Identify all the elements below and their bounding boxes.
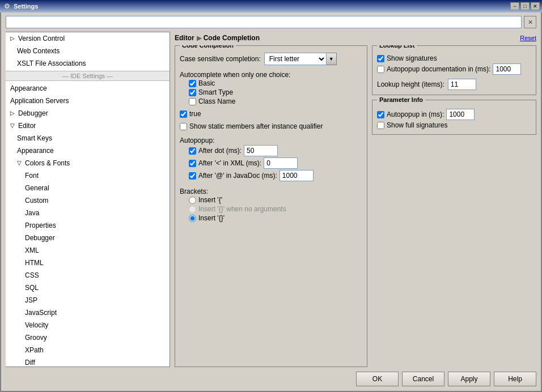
sidebar-item-debugger2[interactable]: Debugger <box>6 232 170 244</box>
param-autopopup-input[interactable] <box>446 109 475 120</box>
parameter-info-title: Parameter Info <box>377 96 425 103</box>
sidebar-item-java[interactable]: Java <box>6 207 170 219</box>
sidebar-item-diff[interactable]: Diff <box>6 356 170 367</box>
basic-row: Basic <box>189 79 362 88</box>
insert-when-no-args-radio[interactable] <box>189 206 196 213</box>
sidebar-item-appearance-root[interactable]: Appearance <box>6 82 170 95</box>
show-full-row: Show full signatures <box>377 121 531 130</box>
after-lt-checkbox[interactable] <box>189 160 196 167</box>
title-bar-buttons[interactable]: − □ ✕ <box>510 2 540 10</box>
lookup-list-panel: Lookup List Show signatures Autopopup do… <box>372 45 536 95</box>
sidebar-item-css[interactable]: CSS <box>6 269 170 282</box>
bottom-bar: OK Cancel Apply Help <box>1 367 541 391</box>
right-panels: Lookup List Show signatures Autopopup do… <box>372 45 536 367</box>
smart-type-checkbox[interactable] <box>189 89 196 96</box>
sidebar-item-application-servers[interactable]: Application Servers <box>6 95 170 107</box>
search-input[interactable] <box>6 16 522 28</box>
insert-when-no-args-row: Insert '{}' when no arguments <box>189 204 362 214</box>
code-completion-title: Code Completion <box>180 45 236 49</box>
after-lt-label: After '<' in XML (ms): <box>198 159 261 167</box>
sidebar-item-html[interactable]: HTML <box>6 257 170 269</box>
after-lt-input[interactable] <box>264 157 298 169</box>
sidebar-item-javascript[interactable]: JavaScript <box>6 306 170 319</box>
autopopup-doc-row: Autopopup documentation in (ms): <box>377 63 531 75</box>
param-autopopup-checkbox[interactable] <box>377 111 384 118</box>
panels-row: Code Completion Case sensitive completio… <box>175 45 536 367</box>
after-at-label: After '@' in JavaDoc (ms): <box>198 172 277 180</box>
sidebar-item-properties[interactable]: Properties <box>6 219 170 232</box>
after-dot-row: After dot (ms): <box>189 144 362 157</box>
sidebar-item-debugger[interactable]: ▷ Debugger <box>6 107 170 120</box>
smart-type-row: Smart Type <box>189 88 362 97</box>
show-full-label: Show full signatures <box>387 121 447 129</box>
title-bar-title: Settings <box>14 3 510 10</box>
brackets-label: Brackets: <box>180 188 362 195</box>
sidebar-item-appearance[interactable]: Appearance <box>6 144 170 157</box>
after-dot-label: After dot (ms): <box>198 147 242 155</box>
sidebar-item-xml[interactable]: XML <box>6 244 170 257</box>
case-sensitive-select[interactable]: All letters First letter None <box>264 53 327 65</box>
autocomplete-prefix-label: true <box>189 110 201 118</box>
search-clear-button[interactable]: ✕ <box>524 16 536 28</box>
sidebar-item-velocity[interactable]: Velocity <box>6 319 170 331</box>
autocomplete-prefix-checkbox[interactable] <box>180 110 187 118</box>
show-full-checkbox[interactable] <box>377 122 384 129</box>
brackets-section: Brackets: Insert '{' Insert '{}' when no… <box>180 188 362 223</box>
autopopup-section: Autopopup: After dot (ms): After '<' in … <box>180 137 362 182</box>
case-sensitive-dropdown[interactable]: All letters First letter None ▼ <box>264 53 337 65</box>
content-area: ▷ Version Control Web Contexts XSLT File… <box>1 32 541 367</box>
lookup-list-title: Lookup List <box>377 45 417 49</box>
sidebar-item-colors-fonts[interactable]: ▽ Colors & Fonts <box>6 157 170 169</box>
sidebar-item-xpath[interactable]: XPath <box>6 344 170 356</box>
after-at-checkbox[interactable] <box>189 172 196 180</box>
insert-braces-radio[interactable] <box>189 215 196 222</box>
show-static-row: Show static members after instance quali… <box>180 122 362 131</box>
left-panel: ▷ Version Control Web Contexts XSLT File… <box>6 32 170 367</box>
class-name-checkbox[interactable] <box>189 98 196 105</box>
sidebar-item-sql[interactable]: SQL <box>6 282 170 294</box>
param-autopopup-row: Autopopup in (ms): <box>377 108 531 121</box>
sidebar-item-font[interactable]: Font <box>6 169 170 182</box>
help-button[interactable]: Help <box>494 372 536 386</box>
autopopup-label: Autopopup: <box>180 137 362 144</box>
after-at-row: After '@' in JavaDoc (ms): <box>189 169 362 182</box>
case-sensitive-arrow[interactable]: ▼ <box>327 53 337 65</box>
ok-button[interactable]: OK <box>356 372 399 386</box>
autopopup-doc-input[interactable] <box>493 63 521 75</box>
insert-braces-row: Insert '{}' <box>189 214 362 223</box>
title-bar-icon: ⚙ <box>2 2 11 11</box>
sidebar-item-jsp[interactable]: JSP <box>6 294 170 306</box>
after-dot-checkbox[interactable] <box>189 147 196 155</box>
maximize-button[interactable]: □ <box>520 2 530 10</box>
close-button[interactable]: ✕ <box>531 2 540 10</box>
reset-button[interactable]: Reset <box>520 35 536 41</box>
sidebar-item-smart-keys[interactable]: Smart Keys <box>6 132 170 144</box>
autopopup-options: After dot (ms): After '<' in XML (ms): A <box>180 144 362 182</box>
sidebar-item-custom[interactable]: Custom <box>6 194 170 207</box>
sidebar-item-editor[interactable]: ▽ Editor <box>6 120 170 132</box>
sidebar-item-version-control[interactable]: ▷ Version Control <box>6 32 170 45</box>
lookup-height-input[interactable] <box>448 79 476 90</box>
cancel-button[interactable]: Cancel <box>402 372 444 386</box>
apply-button[interactable]: Apply <box>448 372 490 386</box>
after-at-input[interactable] <box>280 170 314 181</box>
show-static-checkbox[interactable] <box>180 123 187 130</box>
sidebar-item-general[interactable]: General <box>6 182 170 194</box>
autocomplete-section: Autocomplete when only one choice: Basic… <box>180 71 362 106</box>
expand-icon-editor: ▽ <box>10 121 17 131</box>
panel-header: Editor ▶ Code Completion Reset <box>175 32 536 45</box>
sidebar-item-xslt-file-assoc[interactable]: XSLT File Associations <box>6 57 170 70</box>
autocomplete-options: Basic Smart Type Class Name <box>180 79 362 106</box>
show-signatures-checkbox[interactable] <box>377 55 384 62</box>
autopopup-doc-checkbox[interactable] <box>377 66 384 73</box>
insert-brace-radio[interactable] <box>189 197 196 204</box>
case-sensitive-label: Case sensitive completion: <box>180 55 261 63</box>
after-dot-input[interactable] <box>244 145 278 156</box>
sidebar-item-web-contexts[interactable]: Web Contexts <box>6 45 170 57</box>
sidebar-item-groovy[interactable]: Groovy <box>6 331 170 344</box>
breadcrumb-parent: Editor <box>175 34 194 42</box>
show-signatures-label: Show signatures <box>387 54 437 62</box>
basic-checkbox[interactable] <box>189 80 196 87</box>
minimize-button[interactable]: − <box>510 2 519 10</box>
insert-braces-label: Insert '{}' <box>198 214 225 222</box>
